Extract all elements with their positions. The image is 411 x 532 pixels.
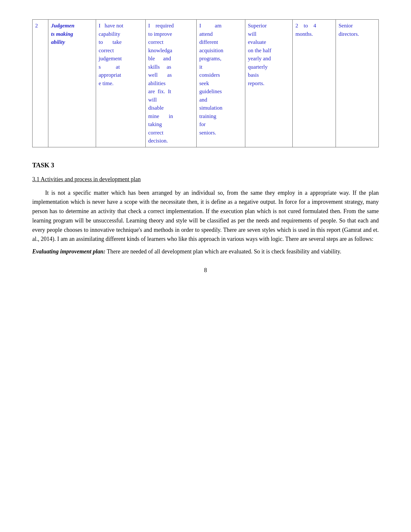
col-months: 2 to 4 months.: [293, 20, 336, 147]
ability-label: ability: [51, 39, 65, 45]
evaluating-label: Evaluating improvement plan:: [32, 248, 105, 255]
task3-title: TASK 3: [32, 160, 379, 170]
judgment-table: 2 Judgemen ts making ability I have not …: [32, 19, 379, 147]
col-superior: Superior will evaluate on the half yearl…: [245, 20, 293, 147]
row-number: 2: [33, 20, 48, 147]
ts-making-label: ts making: [51, 31, 73, 37]
table-row: 2 Judgemen ts making ability I have not …: [33, 20, 379, 147]
task3-section: TASK 3 3.1 Activities and process in dev…: [32, 160, 379, 257]
col-judgements: Judgemen ts making ability: [48, 20, 96, 147]
paragraph1: It is not a specific matter which has be…: [32, 188, 379, 244]
col-have-not: I have not capability to take correct ju…: [96, 20, 145, 147]
paragraph2-with-label: Evaluating improvement plan: There are n…: [32, 247, 379, 256]
page-number: 8: [32, 266, 379, 275]
col-attend: I am attend different acquisition progra…: [197, 20, 245, 147]
col-senior: Senior directors.: [336, 20, 379, 147]
judgements-label: Judgemen: [51, 23, 74, 29]
col-required: I required to improve correct knowledga …: [145, 20, 196, 147]
paragraph2-text: There are needed of all development plan…: [105, 248, 341, 255]
section-31-heading: 3.1 Activities and process in developmen…: [32, 175, 379, 184]
